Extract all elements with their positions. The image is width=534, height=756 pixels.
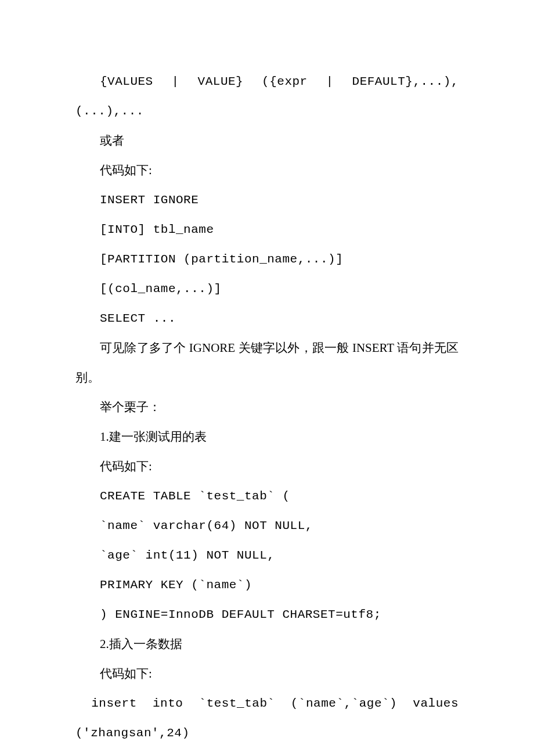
- text-line: CREATE TABLE `test_tab` (: [75, 481, 459, 511]
- text-line: [INTO] tbl_name: [75, 215, 459, 244]
- text-line: INSERT IGNORE: [75, 185, 459, 215]
- text-line: [(col_name,...)]: [75, 274, 459, 304]
- document-body: {VALUES | VALUE} ({expr | DEFAULT},...),…: [75, 67, 459, 748]
- text-line: 2.插入一条数据: [75, 629, 459, 659]
- document-page: {VALUES | VALUE} ({expr | DEFAULT},...),…: [0, 0, 534, 756]
- text-line: {VALUES | VALUE} ({expr | DEFAULT},...),…: [75, 67, 459, 126]
- text-line: 或者: [75, 126, 459, 156]
- text-line: `name` varchar(64) NOT NULL,: [75, 511, 459, 541]
- text-line: 代码如下:: [75, 156, 459, 185]
- text-line: insert into `test_tab` (`name`,`age`) va…: [75, 689, 459, 748]
- text-line: `age` int(11) NOT NULL,: [75, 541, 459, 570]
- text-line: 1.建一张测试用的表: [75, 422, 459, 452]
- text-line: ) ENGINE=InnoDB DEFAULT CHARSET=utf8;: [75, 600, 459, 629]
- text-line: SELECT ...: [75, 304, 459, 333]
- text-line: 代码如下:: [75, 659, 459, 689]
- text-line: 代码如下:: [75, 452, 459, 481]
- text-line: [PARTITION (partition_name,...)]: [75, 244, 459, 274]
- text-line: 可见除了多了个 IGNORE 关键字以外，跟一般 INSERT 语句并无区别。: [75, 333, 459, 393]
- text-line: PRIMARY KEY (`name`): [75, 570, 459, 600]
- text-line: 举个栗子：: [75, 393, 459, 422]
